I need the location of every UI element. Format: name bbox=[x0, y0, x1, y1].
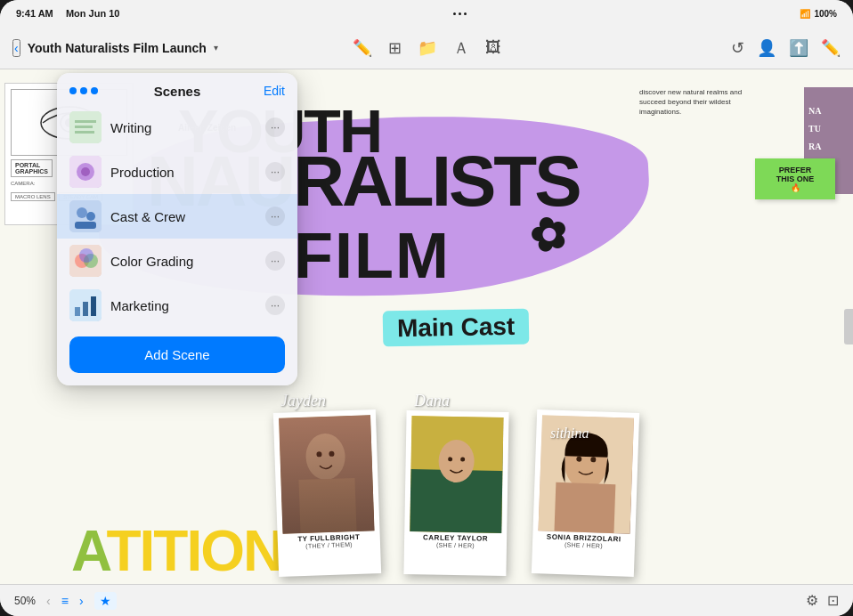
scene-label-colorgrading: Color Grading bbox=[110, 254, 256, 269]
dot1 bbox=[453, 12, 456, 15]
scene-label-castcrew: Cast & Crew bbox=[110, 209, 256, 224]
document-title: Youth Naturalists Film Launch bbox=[28, 41, 207, 55]
bottom-right: ⚙ ⊡ bbox=[806, 592, 839, 609]
svg-point-28 bbox=[81, 167, 90, 176]
polaroid-2: CARLEY TAYLOR (SHE / HER) bbox=[403, 410, 508, 576]
scenes-dots bbox=[69, 87, 98, 94]
scene-more-marketing[interactable]: ··· bbox=[265, 296, 285, 315]
scenes-dot-3 bbox=[91, 87, 98, 94]
title-film: FILM bbox=[294, 219, 451, 292]
polaroid-1: TY FULLBRIGHT (THEY / THEM) bbox=[273, 409, 381, 577]
svg-rect-32 bbox=[75, 222, 96, 229]
scene-more-writing[interactable]: ··· bbox=[265, 118, 285, 137]
sketch-lens1: MACRO LENS bbox=[11, 192, 55, 201]
scene-item-castcrew[interactable]: Cast & Crew ··· bbox=[57, 194, 297, 239]
title-chevron-icon[interactable]: ▾ bbox=[214, 43, 218, 53]
scenes-header: Scenes Edit bbox=[57, 73, 297, 105]
add-scene-button[interactable]: Add Scene bbox=[69, 336, 285, 373]
edit-icon[interactable]: ✏️ bbox=[821, 38, 841, 58]
svg-rect-5 bbox=[298, 478, 356, 533]
signature-sonia: sithina bbox=[550, 426, 589, 442]
signature-dana: Dana bbox=[414, 392, 450, 410]
svg-rect-39 bbox=[83, 302, 88, 316]
person-2-container: CARLEY TAYLOR (SHE / HER) bbox=[405, 411, 508, 575]
scenes-dot-1 bbox=[69, 87, 77, 94]
back-button[interactable]: ‹ bbox=[12, 39, 20, 57]
nav-list-button[interactable]: ≡ bbox=[61, 594, 69, 608]
hierarchy-icon[interactable]: ⚙ bbox=[806, 592, 818, 609]
back-chevron: ‹ bbox=[14, 41, 19, 55]
scene-item-production[interactable]: Production ··· bbox=[57, 150, 297, 194]
bottom-toolbar: 50% ‹ ≡ › ★ ⚙ ⊡ bbox=[0, 584, 853, 616]
scene-thumb-castcrew bbox=[69, 200, 102, 232]
status-bar-left: 9:41 AM Mon Jun 10 bbox=[16, 8, 119, 19]
status-bar: 9:41 AM Mon Jun 10 📶 100% bbox=[0, 0, 853, 27]
toolbar-right: ↺ 👤 ⬆️ ✏️ bbox=[731, 38, 841, 58]
person-1-container: TY FULLBRIGHT (THEY / THEM) bbox=[276, 411, 378, 575]
signature-jayden: Jayden bbox=[280, 392, 326, 410]
polaroid-img-1 bbox=[279, 415, 374, 534]
scene-label-writing: Writing bbox=[110, 120, 256, 135]
ipad-frame: 9:41 AM Mon Jun 10 📶 100% ‹ Youth Natura… bbox=[0, 0, 853, 616]
scenes-dot-2 bbox=[80, 87, 87, 94]
right-edge-handle[interactable] bbox=[844, 309, 853, 344]
annotation-icon[interactable]: ✏️ bbox=[353, 38, 372, 58]
scene-more-production[interactable]: ··· bbox=[265, 162, 285, 182]
share-icon[interactable]: ⬆️ bbox=[789, 38, 808, 58]
scenes-edit-button[interactable]: Edit bbox=[264, 84, 285, 98]
svg-rect-23 bbox=[75, 120, 96, 123]
history-icon[interactable]: ↺ bbox=[731, 38, 744, 58]
svg-point-30 bbox=[77, 207, 87, 218]
sticky-note: PREFER THIS ONE 🔥 bbox=[755, 158, 835, 199]
svg-point-31 bbox=[86, 212, 95, 221]
svg-point-4 bbox=[305, 433, 346, 481]
scenes-panel-title: Scenes bbox=[154, 84, 201, 99]
svg-rect-24 bbox=[75, 126, 93, 128]
toolbar-center: ✏️ ⊞ 📁 Ａ 🖼 bbox=[353, 37, 501, 59]
status-bar-right: 📶 100% bbox=[800, 9, 837, 19]
text-icon[interactable]: Ａ bbox=[453, 37, 469, 59]
scene-item-marketing[interactable]: Marketing ··· bbox=[57, 283, 297, 328]
fullscreen-icon[interactable]: ⊡ bbox=[827, 592, 839, 609]
scene-item-colorgrading[interactable]: Color Grading ··· bbox=[57, 239, 297, 283]
status-time: 9:41 AM bbox=[16, 8, 53, 19]
nav-back-button[interactable]: ‹ bbox=[46, 594, 51, 608]
starred-icon[interactable]: ★ bbox=[94, 592, 117, 610]
scene-label-production: Production bbox=[110, 165, 256, 180]
svg-rect-15 bbox=[554, 482, 615, 533]
scene-more-castcrew[interactable]: ··· bbox=[265, 207, 285, 226]
polaroid-img-2 bbox=[410, 416, 503, 533]
scene-more-colorgrading[interactable]: ··· bbox=[265, 251, 285, 271]
scene-item-writing[interactable]: Writing ··· bbox=[57, 105, 297, 150]
scene-thumb-production bbox=[69, 156, 102, 188]
wifi-icon: 📶 bbox=[800, 9, 810, 19]
media-icon[interactable]: 🖼 bbox=[485, 38, 501, 57]
dot3 bbox=[464, 12, 467, 15]
layout-icon[interactable]: ⊞ bbox=[388, 38, 402, 58]
svg-text:RA: RA bbox=[808, 142, 822, 151]
svg-point-6 bbox=[316, 451, 321, 457]
main-toolbar: ‹ Youth Naturalists Film Launch ▾ ✏️ ⊞ 📁… bbox=[0, 27, 853, 69]
scene-thumb-marketing bbox=[69, 289, 102, 321]
battery-level: 100% bbox=[814, 9, 837, 19]
svg-text:NA: NA bbox=[808, 106, 822, 116]
svg-text:TU: TU bbox=[808, 124, 821, 134]
svg-point-36 bbox=[79, 248, 93, 263]
scene-thumb-colorgrading bbox=[69, 245, 102, 277]
svg-point-7 bbox=[329, 451, 334, 457]
svg-rect-38 bbox=[75, 307, 80, 316]
sticky-emoji: 🔥 bbox=[764, 183, 826, 192]
collaborate-icon[interactable]: 👤 bbox=[757, 38, 776, 58]
nav-forward-button[interactable]: › bbox=[79, 594, 84, 608]
main-cast-label: Main Cast bbox=[383, 309, 530, 347]
scene-thumb-writing bbox=[69, 111, 102, 143]
scenes-panel: Scenes Edit Writing ··· Production ··· bbox=[57, 73, 297, 385]
status-bar-center bbox=[453, 12, 467, 15]
status-date: Mon Jun 10 bbox=[66, 8, 120, 19]
scene-label-marketing: Marketing bbox=[110, 298, 256, 313]
svg-rect-25 bbox=[75, 131, 94, 134]
folder-icon[interactable]: 📁 bbox=[418, 38, 437, 58]
sticky-line1: PREFER bbox=[764, 166, 826, 174]
svg-rect-3 bbox=[279, 415, 374, 534]
sketch-portal-label: PORTALGRAPHICS bbox=[11, 159, 53, 177]
